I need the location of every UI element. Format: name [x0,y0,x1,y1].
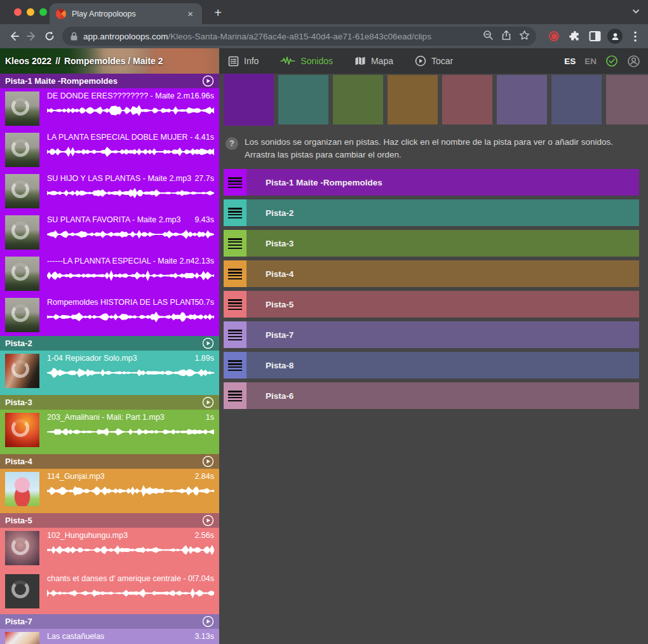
track-section-title[interactable]: Pista-5 [5,516,32,525]
clip-thumbnail[interactable] [5,632,39,644]
drag-handle[interactable] [224,260,246,287]
new-tab-button[interactable]: + [210,5,226,22]
audio-clip[interactable]: DE DONDE ERES???????? - Maite 2.mp316.96… [0,88,219,130]
track-play-icon[interactable] [202,337,214,349]
clip-thumbnail[interactable] [5,215,39,250]
waveform[interactable] [47,226,214,243]
track-row-label[interactable]: Pista-3 [266,239,294,248]
track-row-label[interactable]: Pista-7 [266,330,294,340]
clip-thumbnail[interactable] [5,257,39,291]
track-row-body[interactable]: Pista-3 [246,230,639,257]
track-section-header[interactable]: Pista-7 [0,614,219,629]
share-icon[interactable] [501,30,511,43]
drag-handle[interactable] [224,382,246,409]
audio-clip[interactable]: 114_Gunjai.mp32.84s [0,469,219,513]
track-section-header[interactable]: Pista-1 Maite -Rompemoldes [0,74,219,88]
clip-thumbnail[interactable] [5,531,39,565]
audio-clip[interactable]: 203_Amalihani - Mali: Part 1.mp31s [0,410,219,454]
track-color-swatch[interactable] [442,75,492,124]
audio-clip[interactable]: SU HIJO Y LAS PLANTAS - Maite 2.mp327.7s [0,171,219,212]
track-row-label[interactable]: Pista-1 Maite -Rompemoldes [266,178,382,187]
tab-close-icon[interactable]: × [185,8,196,20]
audio-clip[interactable]: Rompemoldes HISTORIA DE LAS PLANTAS...50… [0,295,219,336]
track-row-label[interactable]: Pista-6 [266,391,294,401]
waveform[interactable] [47,483,214,499]
close-window-button[interactable] [14,8,22,16]
track-row-label[interactable]: Pista-2 [266,208,294,218]
track-row-body[interactable]: Pista-4 [246,260,639,287]
minimize-window-button[interactable] [27,8,34,16]
track-row[interactable]: Pista-3 [224,230,639,257]
waveform[interactable] [47,309,214,325]
maximize-window-button[interactable] [39,8,47,16]
clip-thumbnail[interactable] [5,174,39,208]
track-row[interactable]: Pista-6 [224,382,639,409]
track-color-swatch[interactable] [333,75,383,124]
drag-handle[interactable] [224,352,246,379]
audio-clip[interactable]: 1-04 Repicador Solo.mp31.89s [0,351,219,395]
waveform[interactable] [47,424,214,440]
track-color-swatch[interactable] [497,75,547,124]
track-row-body[interactable]: Pista-5 [246,291,639,318]
track-section-header[interactable]: Pista-3 [0,395,219,410]
audio-clip[interactable]: Las castañuelas3.13s [0,629,219,644]
forward-icon[interactable] [23,27,41,45]
clip-title[interactable]: 203_Amalihani - Mali: Part 1.mp3 [47,413,206,422]
track-play-icon[interactable] [202,455,214,467]
extensions-puzzle-icon[interactable] [565,27,583,45]
lang-en-button[interactable]: EN [584,57,597,66]
track-section-title[interactable]: Pista-4 [5,457,32,466]
breadcrumb-project[interactable]: Kleos 2022 [5,56,51,66]
tab-info[interactable]: Info [228,56,259,67]
profile-avatar[interactable] [606,27,624,45]
clip-thumbnail[interactable] [5,133,39,167]
clip-title[interactable]: 102_Hunguhungu.mp3 [47,531,194,540]
waveform[interactable] [47,185,214,201]
drag-handle[interactable] [224,230,246,257]
waveform[interactable] [47,585,214,601]
track-color-swatch[interactable] [606,75,648,124]
track-row[interactable]: Pista-2 [224,199,639,226]
clip-thumbnail[interactable] [5,91,39,126]
track-color-swatch[interactable] [224,74,274,126]
track-color-swatch[interactable] [278,75,328,124]
audio-clip[interactable]: ------LA PLANNTA ESPECIAL - Maite 2.mp34… [0,253,219,295]
track-row[interactable]: Pista-8 [224,352,639,379]
clip-thumbnail[interactable] [5,354,39,388]
address-bar[interactable]: app.antropoloops.com/Kleos-Santa-Marina/… [62,27,536,46]
clip-thumbnail[interactable] [5,574,39,608]
clip-title[interactable]: ------LA PLANNTA ESPECIAL - Maite 2.mp3 [47,257,190,265]
waveform[interactable] [47,267,214,284]
clip-title[interactable]: 114_Gunjai.mp3 [47,472,194,481]
back-icon[interactable] [5,27,23,45]
track-row[interactable]: Pista-5 [224,291,639,318]
zoom-page-icon[interactable] [483,30,494,43]
waveform[interactable] [47,542,214,558]
drag-handle[interactable] [224,321,246,348]
track-section-title[interactable]: Pista-7 [5,617,32,626]
track-play-icon[interactable] [202,75,214,87]
clip-title[interactable]: SU PLANTA FAVORITA - Maite 2.mp3 [47,215,194,224]
track-section-header[interactable]: Pista-2 [0,336,219,351]
audio-clip[interactable]: 102_Hunguhungu.mp32.56s [0,528,219,571]
record-icon[interactable] [545,27,563,45]
track-row-label[interactable]: Pista-4 [266,269,294,279]
track-row[interactable]: Pista-1 Maite -Rompemoldes [224,169,639,196]
track-play-icon[interactable] [202,396,214,408]
track-row-label[interactable]: Pista-8 [266,361,294,370]
clip-title[interactable]: Las castañuelas [47,632,194,641]
check-circle-icon[interactable] [605,55,618,67]
track-section-title[interactable]: Pista-3 [5,398,32,407]
clip-title[interactable]: chants et danses d' amerique centrale - … [47,574,194,583]
audio-clip[interactable]: SU PLANTA FAVORITA - Maite 2.mp39.43s [0,212,219,253]
lang-es-button[interactable]: ES [564,57,576,66]
track-color-swatch[interactable] [551,75,602,124]
browser-menu-dots-icon[interactable] [626,27,644,45]
waveform[interactable] [47,102,214,119]
track-row-body[interactable]: Pista-2 [246,199,639,226]
track-row-body[interactable]: Pista-8 [246,352,639,379]
track-row-body[interactable]: Pista-6 [246,382,639,409]
clip-title[interactable]: DE DONDE ERES???????? - Maite 2.mp3 [47,91,190,100]
audio-clip[interactable]: chants et danses d' amerique centrale - … [0,571,219,614]
waveform[interactable] [47,365,214,381]
